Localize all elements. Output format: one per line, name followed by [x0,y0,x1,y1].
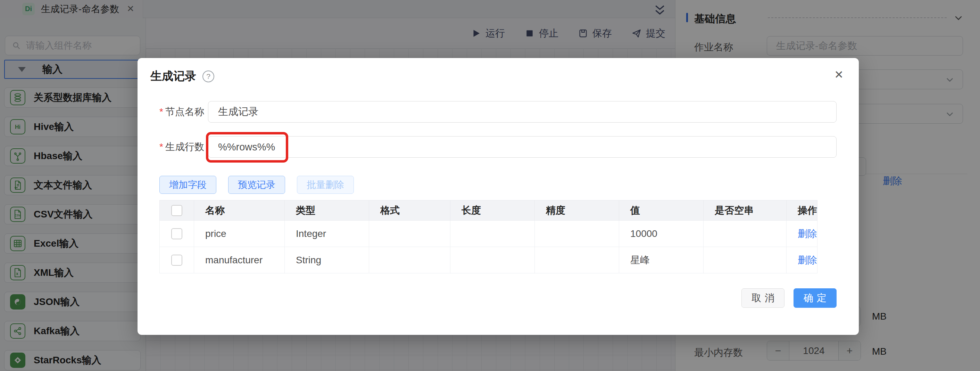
cell-name: manufacturer [194,247,285,273]
col-is-empty-string: 是否空串 [703,201,787,221]
cell-name: price [194,221,285,247]
row-delete-link[interactable]: 删除 [798,255,817,265]
cell-format [369,247,450,273]
preview-records-button[interactable]: 预览记录 [228,176,285,194]
row-count-input[interactable] [208,136,837,158]
app-window: Di 生成记录-命名参数 ✕ 输入 关系型数据库输入 Hi Hive输入 [0,0,980,371]
col-value: 值 [619,201,703,221]
col-actions: 操作 [787,201,818,221]
row-checkbox[interactable] [171,255,182,266]
select-all-checkbox[interactable] [171,205,182,216]
table-row: manufacturer String 星峰 删除 [160,247,818,273]
col-format: 格式 [369,201,450,221]
cell-precision [535,221,619,247]
cell-length [450,221,535,247]
cell-value: 星峰 [619,247,703,273]
node-name-input[interactable] [208,101,837,123]
row-delete-link[interactable]: 删除 [798,228,817,239]
dialog-title: 生成记录 [150,68,196,84]
cell-is-empty-string [703,221,787,247]
row-count-label: *生成行数 [159,140,208,154]
fields-table: 名称 类型 格式 长度 精度 值 是否空串 操作 price Integer 1… [159,200,818,273]
required-asterisk: * [159,142,163,152]
cell-format [369,221,450,247]
cell-is-empty-string [703,247,787,273]
col-precision: 精度 [535,201,619,221]
cell-type: String [285,247,369,273]
col-length: 长度 [450,201,535,221]
col-name: 名称 [194,201,285,221]
cell-value: 10000 [619,221,703,247]
cell-precision [535,247,619,273]
generate-record-dialog: 生成记录 ? ✕ *节点名称 *生成行数 增加字段 预览记录 批量删除 [137,58,859,335]
cell-length [450,247,535,273]
help-icon[interactable]: ? [202,70,214,82]
node-name-label: *节点名称 [159,105,208,118]
cancel-button[interactable]: 取消 [741,288,784,308]
required-asterisk: * [159,106,163,117]
table-header-row: 名称 类型 格式 长度 精度 值 是否空串 操作 [160,201,818,221]
dialog-close-icon[interactable]: ✕ [834,69,843,80]
confirm-button[interactable]: 确定 [794,288,837,308]
table-row: price Integer 10000 删除 [160,221,818,247]
batch-delete-button[interactable]: 批量删除 [297,176,354,194]
cell-type: Integer [285,221,369,247]
row-checkbox[interactable] [171,228,182,239]
col-type: 类型 [285,201,369,221]
add-field-button[interactable]: 增加字段 [159,176,216,194]
